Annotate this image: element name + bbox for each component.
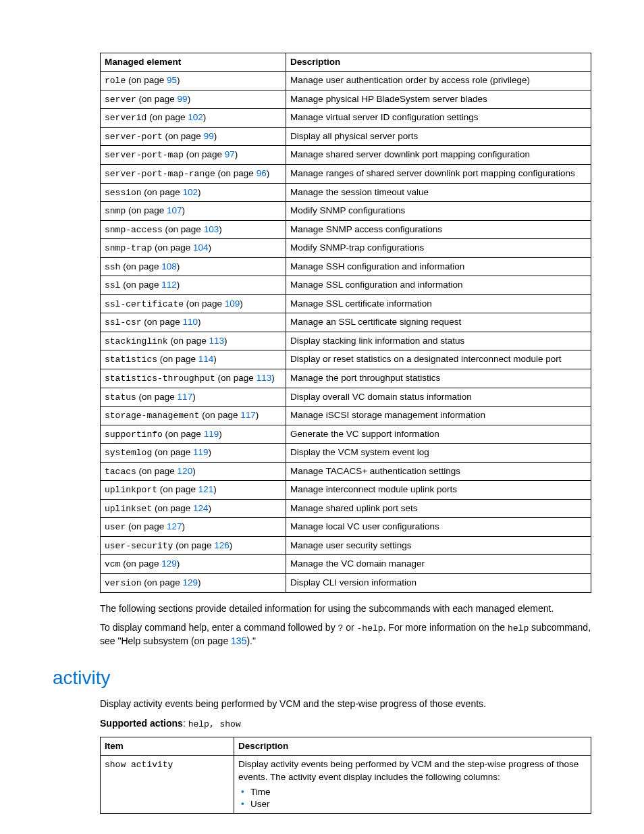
help-page-link[interactable]: 135 (231, 635, 246, 646)
table-row: serverid (on page 102)Manage virtual ser… (101, 109, 591, 128)
page-link[interactable]: 117 (178, 392, 193, 402)
description-cell: Manage shared uplink port sets (286, 499, 591, 518)
table-row: server-port-map-range (on page 96)Manage… (101, 164, 591, 183)
page-link[interactable]: 113 (257, 373, 272, 383)
page-link[interactable]: 121 (198, 484, 214, 494)
command-code: stackinglink (105, 336, 168, 346)
page-link[interactable]: 120 (178, 466, 193, 476)
page-link[interactable]: 126 (214, 540, 230, 550)
page-link[interactable]: 103 (204, 224, 219, 234)
command-code: ssl (105, 280, 120, 290)
page-link[interactable]: 99 (178, 94, 188, 104)
table-row: tacacs (on page 120)Manage TACACS+ authe… (101, 462, 591, 481)
table-row: show activity Display activity events be… (101, 756, 591, 814)
command-code: serverid (105, 113, 146, 123)
page-link[interactable]: 124 (193, 503, 209, 513)
page-link[interactable]: 109 (225, 298, 240, 309)
table-row: systemlog (on page 119)Display the VCM s… (101, 444, 591, 463)
command-code: uplinkport (105, 485, 157, 495)
description-cell: Manage the port throughput statistics (286, 369, 591, 388)
table-row: server (on page 99)Manage physical HP Bl… (101, 90, 591, 109)
page-link[interactable]: 129 (161, 558, 177, 569)
description-cell: Manage TACACS+ authentication settings (286, 462, 591, 481)
list-item: User (250, 798, 587, 810)
description-cell: Manage interconnect module uplink ports (286, 481, 591, 500)
description-cell: Display stacking link information and st… (286, 332, 591, 350)
page-link[interactable]: 108 (161, 261, 177, 271)
page-link[interactable]: 117 (240, 410, 256, 420)
command-code: user (105, 522, 126, 532)
page-link[interactable]: 110 (182, 317, 198, 327)
description-cell: Display all physical server ports (286, 127, 591, 146)
page-link[interactable]: 114 (198, 354, 214, 364)
page-link[interactable]: 102 (188, 112, 203, 122)
command-code: server-port-map-range (105, 169, 215, 179)
table-row: vcm (on page 129)Manage the VC domain ma… (101, 555, 591, 574)
page-link[interactable]: 119 (193, 447, 209, 457)
page-link[interactable]: 95 (167, 75, 177, 85)
page-link[interactable]: 127 (167, 521, 182, 531)
help-paragraph: To display command help, enter a command… (100, 621, 591, 647)
description-cell: Display overall VC domain status informa… (286, 388, 591, 407)
table2-header-description: Description (234, 737, 591, 756)
command-code: server-port (105, 132, 163, 142)
page-link[interactable]: 107 (167, 205, 182, 215)
page-link[interactable]: 97 (225, 149, 235, 159)
description-cell: Display or reset statistics on a designa… (286, 350, 591, 369)
code-help: help (508, 623, 529, 633)
page-link[interactable]: 102 (182, 187, 198, 197)
command-code: status (105, 392, 136, 402)
table-row: stackinglink (on page 113)Display stacki… (101, 332, 591, 350)
command-code: uplinkset (105, 504, 152, 514)
table2-header-item: Item (101, 737, 234, 756)
description-cell: Manage the VC domain manager (286, 555, 591, 574)
table-row: supportinfo (on page 119)Generate the VC… (101, 425, 591, 444)
table-row: role (on page 95)Manage user authenticat… (101, 72, 591, 90)
table-row: user (on page 127)Manage local VC user c… (101, 518, 591, 537)
description-cell: Manage SSH configuration and information (286, 257, 591, 276)
table-row: server-port-map (on page 97)Manage share… (101, 146, 591, 165)
table-row: ssl-csr (on page 110)Manage an SSL certi… (101, 313, 591, 332)
command-code: ssl-certificate (105, 299, 184, 309)
page-link[interactable]: 96 (257, 168, 267, 178)
command-code: systemlog (105, 448, 152, 458)
command-code: supportinfo (105, 429, 163, 440)
command-code: snmp (105, 206, 126, 216)
description-cell: Manage the session timeout value (286, 183, 591, 202)
table-row: ssl (on page 112)Manage SSL configuratio… (101, 276, 591, 295)
page-link[interactable]: 112 (161, 280, 177, 290)
description-cell: Modify SNMP-trap configurations (286, 239, 591, 258)
page-link[interactable]: 119 (204, 429, 219, 439)
table-row: uplinkset (on page 124)Manage shared upl… (101, 499, 591, 518)
command-code: server-port-map (105, 150, 184, 160)
command-code: session (105, 188, 142, 198)
command-code: snmp-access (105, 225, 163, 235)
table-row: statistics (on page 114)Display or reset… (101, 350, 591, 369)
supported-actions: Supported actions: help, show (100, 717, 591, 731)
description-cell: Display CLI version information (286, 573, 591, 592)
description-cell: Manage SNMP access configurations (286, 220, 591, 239)
command-code: statistics (105, 355, 157, 365)
page-link[interactable]: 104 (193, 242, 209, 253)
table-row: snmp (on page 107)Modify SNMP configurat… (101, 202, 591, 221)
table-row: ssl-certificate (on page 109)Manage SSL … (101, 294, 591, 313)
page-link[interactable]: 113 (209, 336, 224, 346)
table-row: server-port (on page 99)Display all phys… (101, 127, 591, 146)
command-code: role (105, 76, 126, 86)
page-link[interactable]: 99 (204, 131, 214, 141)
command-code: server (105, 95, 136, 105)
table-row: session (on page 102)Manage the session … (101, 183, 591, 202)
command-code: user-security (105, 541, 173, 551)
table-header-managed-element: Managed element (101, 53, 286, 72)
table-header-description: Description (286, 53, 591, 72)
command-code: ssh (105, 262, 120, 272)
activity-desc: Display activity events being performed … (238, 759, 579, 781)
detail-paragraph: The following sections provide detailed … (100, 602, 591, 615)
description-cell: Manage user security settings (286, 536, 591, 555)
description-cell: Manage user authentication order by acce… (286, 72, 591, 90)
page-link[interactable]: 129 (182, 577, 198, 588)
activity-table: Item Description show activity Display a… (100, 737, 591, 814)
description-cell: Manage virtual server ID configuration s… (286, 109, 591, 128)
table-row: ssh (on page 108)Manage SSH configuratio… (101, 257, 591, 276)
description-cell: Generate the VC support information (286, 425, 591, 444)
